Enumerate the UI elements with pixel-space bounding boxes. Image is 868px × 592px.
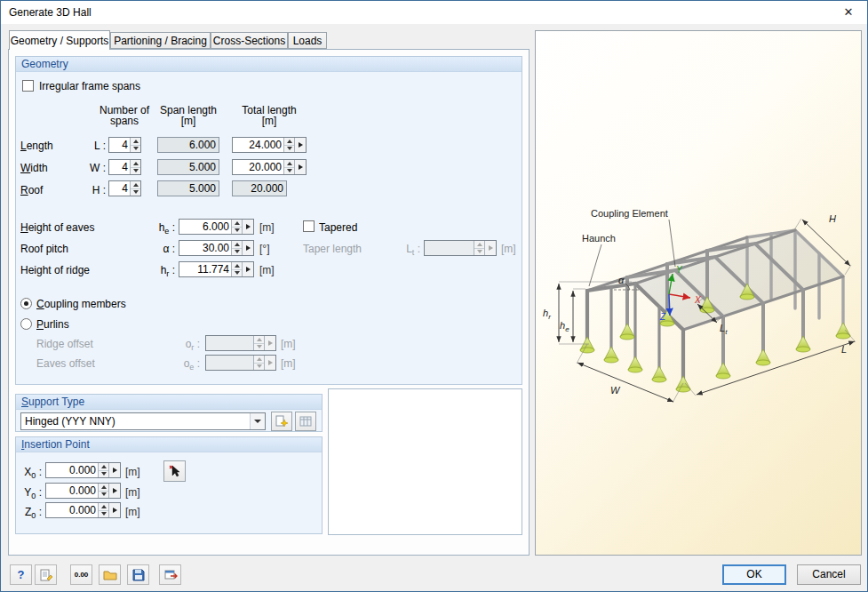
spin-up-icon[interactable] [131, 181, 140, 189]
close-button[interactable]: ✕ [835, 4, 862, 21]
length-spans-input[interactable]: 4 [108, 137, 141, 153]
spin-up-icon[interactable] [99, 503, 108, 511]
taper-sym-base: L [406, 243, 412, 255]
y0-symbol: Y0 : [19, 486, 42, 500]
dim-hr-sub: r [548, 313, 551, 321]
cancel-button[interactable]: Cancel [797, 564, 861, 585]
y0-spinner[interactable] [98, 484, 108, 498]
length-total-input[interactable]: 24.000 [232, 137, 307, 153]
z0-sym-sub: 0 [31, 511, 36, 520]
units-button[interactable]: 0.00 [70, 564, 92, 585]
spin-up-icon[interactable] [284, 160, 294, 168]
width-total-detail-button[interactable] [294, 160, 306, 174]
spin-down-icon [254, 344, 264, 351]
tapered-checkbox[interactable] [303, 220, 315, 232]
pitch-sym-colon: : [169, 243, 175, 255]
irregular-frame-spans-checkbox[interactable] [22, 80, 34, 92]
help-button[interactable] [10, 564, 32, 585]
roof-spans-spinner[interactable] [130, 181, 140, 196]
spin-down-icon[interactable] [232, 228, 242, 235]
width-span-length-field: 5.000 [157, 159, 219, 175]
tab-cross-sections[interactable]: Cross-Sections [211, 32, 288, 49]
spin-down-icon[interactable] [232, 270, 242, 277]
spin-down-icon[interactable] [131, 189, 140, 196]
spin-up-icon[interactable] [232, 241, 242, 249]
pitch-spinner[interactable] [231, 241, 242, 255]
width-total-spinner[interactable] [283, 160, 294, 174]
length-label-rest: ength [27, 140, 53, 152]
taper-length-label: Taper length [303, 243, 362, 255]
height-of-ridge-input[interactable]: 11.774 [179, 261, 254, 277]
length-spans-value: 4 [109, 138, 130, 152]
roof-pitch-input[interactable]: 30.00 [179, 240, 254, 256]
y0-input[interactable]: 0.000 [45, 483, 121, 499]
length-symbol: L : [84, 140, 106, 152]
roof-pitch-value: 30.00 [179, 241, 231, 255]
spin-up-icon[interactable] [232, 262, 242, 270]
ridge-offset-sym-colon: : [194, 338, 200, 350]
table-edit-icon [299, 414, 313, 428]
spin-up-icon[interactable] [99, 463, 108, 471]
length-total-detail-button[interactable] [294, 138, 306, 152]
length-total-value: 24.000 [233, 138, 283, 152]
comment-button[interactable] [35, 564, 57, 585]
x0-spinner[interactable] [98, 463, 108, 477]
spin-up-icon [254, 356, 264, 364]
z0-detail-button[interactable] [108, 503, 120, 517]
help-icon [18, 568, 25, 581]
purlins-radio[interactable] [20, 318, 32, 330]
tab-partioning-bracing[interactable]: Partioning / Bracing [110, 32, 211, 49]
support-type-combobox[interactable]: Hinged (YYY NNY) [20, 412, 266, 430]
coupling-members-radio[interactable] [20, 298, 32, 309]
spin-down-icon[interactable] [131, 146, 140, 153]
eaves-detail-button[interactable] [242, 220, 253, 234]
spin-down-icon[interactable] [131, 168, 140, 175]
height-of-ridge-value: 11.774 [179, 262, 231, 276]
export-button[interactable] [159, 564, 181, 585]
length-spans-spinner[interactable] [130, 138, 140, 152]
tab-loads[interactable]: Loads [288, 32, 327, 49]
spin-up-icon[interactable] [232, 220, 242, 228]
geometry-group-header: Geometry [16, 57, 522, 72]
x0-input[interactable]: 0.000 [45, 462, 121, 478]
taper-sym-colon: : [414, 243, 420, 255]
pick-insertion-point-button[interactable] [163, 460, 186, 482]
floppy-disk-icon [131, 568, 146, 582]
length-total-spinner[interactable] [283, 138, 294, 152]
width-spans-spinner[interactable] [130, 160, 140, 174]
spin-down-icon[interactable] [284, 168, 294, 175]
roof-spans-input[interactable]: 4 [108, 180, 141, 196]
spin-down-icon[interactable] [99, 511, 108, 518]
pitch-detail-button[interactable] [242, 241, 253, 255]
x0-detail-button[interactable] [108, 463, 120, 477]
save-button[interactable] [127, 564, 149, 585]
edit-support-type-button[interactable] [295, 412, 316, 431]
z0-spinner[interactable] [98, 503, 108, 517]
roof-label-mn: R [20, 184, 28, 196]
chevron-down-icon[interactable] [250, 413, 265, 429]
ok-button[interactable]: OK [722, 564, 786, 585]
eaves-spinner[interactable] [231, 220, 242, 234]
spin-down-icon[interactable] [99, 492, 108, 499]
width-label-mn: W [20, 162, 30, 174]
width-spans-input[interactable]: 4 [108, 159, 141, 175]
pitch-symbol: α : [148, 243, 175, 256]
tab-geometry-supports[interactable]: Geometry / Supports [9, 30, 110, 50]
spin-up-icon[interactable] [131, 138, 140, 146]
spin-down-icon[interactable] [284, 146, 294, 153]
spin-down-icon[interactable] [232, 249, 242, 256]
spin-up-icon[interactable] [99, 484, 108, 492]
new-support-type-button[interactable] [271, 412, 292, 431]
spin-up-icon[interactable] [284, 138, 294, 146]
spin-down-icon[interactable] [99, 471, 108, 478]
spin-up-icon[interactable] [131, 160, 140, 168]
x0-symbol: X0 : [19, 466, 42, 479]
width-total-input[interactable]: 20.000 [232, 159, 307, 175]
z0-input[interactable]: 0.000 [45, 502, 121, 518]
height-of-eaves-input[interactable]: 6.000 [179, 219, 254, 235]
ridge-detail-button[interactable] [242, 262, 253, 276]
open-button[interactable] [99, 564, 121, 585]
ridge-symbol: hr : [148, 264, 175, 277]
ridge-spinner[interactable] [231, 262, 242, 276]
y0-detail-button[interactable] [108, 484, 120, 498]
